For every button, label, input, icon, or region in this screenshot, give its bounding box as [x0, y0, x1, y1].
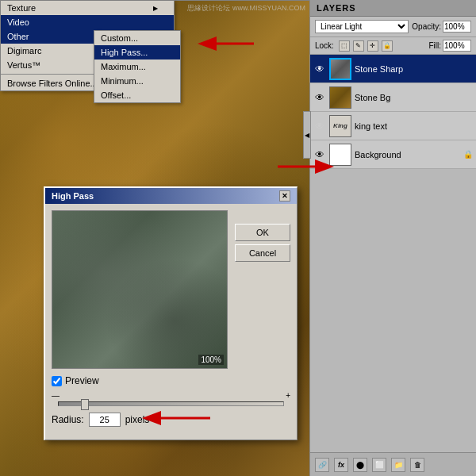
layer-name-0: Stone Sharp — [355, 64, 473, 74]
dialog-buttons: OK Cancel — [235, 224, 290, 262]
submenu-custom[interactable]: Custom... — [94, 31, 180, 45]
arrow-to-highpass — [194, 32, 258, 56]
layer-visibility-2[interactable]: 👁 — [313, 120, 326, 132]
radius-input[interactable] — [89, 413, 121, 427]
dialog-close-button[interactable]: ✕ — [279, 190, 290, 202]
cancel-button[interactable]: Cancel — [235, 244, 290, 262]
submenu-maximum[interactable]: Maximum... — [94, 60, 180, 74]
slider-thumb[interactable] — [81, 399, 89, 410]
layer-thumb-0 — [329, 58, 351, 80]
lock-position[interactable]: ✛ — [367, 40, 378, 52]
menu-video[interactable]: Video — [1, 15, 174, 29]
fx-button[interactable]: fx — [334, 458, 348, 472]
dialog-preview-area[interactable]: 100% — [52, 210, 228, 369]
fill-row: Fill: — [428, 40, 471, 52]
layer-thumb-1 — [329, 86, 351, 109]
layer-stone-sharp[interactable]: 👁 Stone Sharp — [310, 55, 476, 83]
arrow-to-radius — [139, 409, 218, 428]
dialog-content: 100% OK Cancel Preview — + Radius: pixel… — [45, 204, 297, 433]
highpass-dialog: High Pass ✕ 100% OK Cancel Preview — + — [44, 186, 298, 440]
lock-all[interactable]: 🔒 — [382, 40, 393, 52]
layer-visibility-1[interactable]: 👁 — [313, 91, 326, 104]
watermark: 思緣设计论坛 www.MISSYUAN.COM — [187, 3, 305, 13]
arrow-to-stone-sharp — [270, 155, 341, 178]
other-submenu: Custom... High Pass... Maximum... Minimu… — [94, 30, 181, 103]
dialog-titlebar: High Pass ✕ — [45, 188, 297, 204]
arrow-icon: ▶ — [153, 5, 158, 12]
ok-button[interactable]: OK — [235, 224, 290, 241]
preview-checkbox[interactable] — [52, 376, 62, 386]
layer-thumb-2: King — [329, 115, 351, 137]
layer-name-3: Background — [355, 150, 460, 159]
layer-stone-bg[interactable]: 👁 Stone Bg — [310, 83, 476, 112]
slider-track[interactable] — [58, 401, 284, 406]
layer-lock-icon: 🔒 — [463, 150, 473, 159]
adjustment-button[interactable]: ⬤ — [353, 458, 367, 472]
mask-button[interactable]: ⬜ — [372, 458, 386, 472]
preview-percent: 100% — [198, 355, 224, 365]
link-layers-button[interactable]: 🔗 — [315, 458, 329, 472]
layer-king-text[interactable]: 👁 King king text — [310, 112, 476, 140]
layer-visibility-0[interactable]: 👁 — [313, 63, 326, 75]
layers-title: LAYERS — [310, 0, 476, 17]
blend-mode-select[interactable]: Linear Light — [315, 20, 409, 33]
panel-collapse[interactable]: ◀ — [303, 111, 311, 159]
lock-row: Lock: ⬚ ✎ ✛ 🔒 Fill: — [310, 37, 476, 55]
layers-bottom-toolbar: 🔗 fx ⬤ ⬜ 📁 🗑 — [310, 452, 476, 476]
opacity-row: Opacity: — [412, 21, 471, 33]
lock-icons: ⬚ ✎ ✛ 🔒 — [339, 40, 393, 52]
submenu-minimum[interactable]: Minimum... — [94, 74, 180, 88]
fill-input[interactable] — [443, 40, 471, 52]
submenu-offset[interactable]: Offset... — [94, 88, 180, 102]
layer-name-2: king text — [355, 121, 473, 131]
preview-row: Preview — [52, 375, 290, 386]
slider-minus-icon: — — [52, 391, 60, 400]
delete-button[interactable]: 🗑 — [410, 458, 424, 472]
slider-plus-icon: + — [286, 391, 290, 400]
lock-transparent[interactable]: ⬚ — [339, 40, 350, 52]
submenu-highpass[interactable]: High Pass... — [94, 45, 180, 60]
menu-texture[interactable]: Texture ▶ — [1, 1, 174, 15]
lock-paint[interactable]: ✎ — [353, 40, 364, 52]
blend-mode-row: Linear Light Opacity: — [310, 17, 476, 37]
radius-label: Radius: — [52, 414, 84, 425]
preview-label: Preview — [65, 375, 99, 386]
layer-name-1: Stone Bg — [355, 93, 473, 102]
layers-panel: LAYERS Linear Light Opacity: Lock: ⬚ ✎ ✛… — [309, 0, 476, 476]
opacity-input[interactable] — [443, 21, 471, 33]
folder-button[interactable]: 📁 — [391, 458, 405, 472]
slider-container — [58, 401, 284, 406]
dialog-title-text: High Pass — [52, 191, 94, 201]
